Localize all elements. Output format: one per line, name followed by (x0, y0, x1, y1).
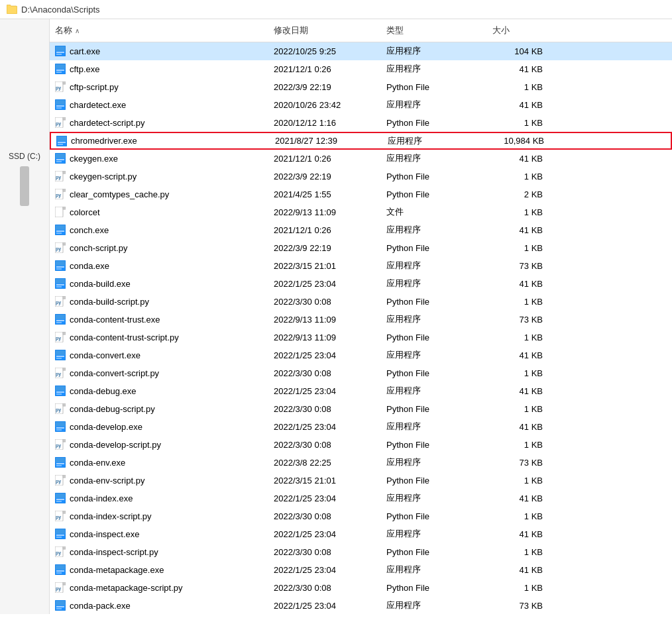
svg-rect-67 (56, 386, 65, 391)
table-row[interactable]: py conda-build-script.py2022/3/30 0:08Py… (50, 293, 672, 311)
file-name: conda-metapackage.exe (70, 565, 164, 575)
file-date: 2022/3/30 0:08 (268, 546, 381, 558)
file-size: 41 KB (487, 349, 553, 362)
file-name: conda-index.exe (70, 493, 133, 503)
sidebar-scrollbar[interactable] (20, 166, 29, 206)
file-name-cell: py conda-convert-script.py (50, 366, 268, 380)
file-size: 41 KB (487, 528, 553, 541)
table-row[interactable]: conda-metapackage.exe2022/1/25 23:04应用程序… (50, 561, 672, 579)
table-row[interactable]: conda-develop.exe2022/1/25 23:04应用程序41 K… (50, 418, 672, 436)
svg-rect-46 (56, 279, 65, 283)
svg-text:py: py (56, 300, 61, 305)
table-row[interactable]: py ckeygen-script.py2022/3/9 22:19Python… (50, 168, 672, 185)
table-row[interactable]: chromedriver.exe2021/8/27 12:39应用程序10,98… (50, 132, 672, 150)
exe-icon (55, 260, 66, 271)
table-row[interactable]: conda-index.exe2022/1/25 23:04应用程序41 KB (50, 489, 672, 507)
file-size: 1 KB (487, 117, 553, 129)
file-name: conch.exe (70, 225, 109, 235)
svg-rect-39 (63, 242, 66, 245)
file-date: 2022/1/25 23:04 (268, 564, 381, 576)
table-row[interactable]: py cftp-script.py2022/3/9 22:19Python Fi… (50, 78, 672, 96)
table-row[interactable]: py conch-script.py2022/3/9 22:19Python F… (50, 239, 672, 257)
svg-rect-43 (56, 266, 64, 268)
file-size: 1 KB (487, 170, 553, 183)
file-name-cell: conch.exe (50, 223, 268, 236)
table-row[interactable]: colorcet2022/9/13 11:09文件1 KB (50, 203, 672, 221)
table-row[interactable]: py conda-content-trust-script.py2022/9/1… (50, 329, 672, 346)
table-row[interactable]: conda-env.exe2022/3/8 22:25应用程序73 KB (50, 454, 672, 472)
header-name[interactable]: 名称 ∧ (50, 22, 268, 39)
table-row[interactable]: py conda-index-script.py2022/3/30 0:08Py… (50, 507, 672, 525)
sidebar-drive-label: SSD (C:) (9, 152, 40, 161)
exe-icon (55, 457, 66, 468)
svg-rect-111 (56, 608, 62, 609)
file-size: 73 KB (487, 260, 553, 272)
file-type: 应用程序 (381, 562, 487, 577)
table-row[interactable]: conda.exe2022/3/15 21:01应用程序73 KB (50, 257, 672, 275)
table-row[interactable]: py conda-inspect-script.py2022/3/30 0:08… (50, 543, 672, 561)
table-row[interactable]: conch.exe2021/12/1 0:26应用程序41 KB (50, 221, 672, 239)
table-row[interactable]: chardetect.exe2020/10/26 23:42应用程序41 KB (50, 96, 672, 114)
file-name: cftp.exe (70, 64, 100, 74)
table-row[interactable]: py chardetect-script.py2020/12/12 1:16Py… (50, 114, 672, 132)
table-row[interactable]: cftp.exe2021/12/1 0:26应用程序41 KB (50, 60, 672, 78)
table-row[interactable]: py conda-env-script.py2022/3/15 21:01Pyt… (50, 472, 672, 489)
header-type[interactable]: 类型 (381, 22, 487, 39)
table-row[interactable]: py conda-metapackage-script.py2022/3/30 … (50, 579, 672, 597)
table-row[interactable]: conda-convert.exe2022/1/25 23:04应用程序41 K… (50, 346, 672, 364)
table-row[interactable]: py clear_comtypes_cache.py2021/4/25 1:55… (50, 185, 672, 203)
table-row[interactable]: py conda-debug-script.py2022/3/30 0:08Py… (50, 400, 672, 418)
python-icon: py (55, 511, 66, 521)
file-name: clear_comtypes_cache.py (70, 189, 169, 199)
file-size: 1 KB (487, 331, 553, 344)
exe-icon (55, 421, 66, 432)
sidebar: SSD (C:) (0, 19, 50, 614)
file-name-cell: py ckeygen-script.py (50, 170, 268, 183)
svg-rect-33 (63, 207, 66, 209)
file-name-cell: py clear_comtypes_cache.py (50, 187, 268, 201)
svg-rect-75 (56, 427, 64, 429)
file-size: 41 KB (487, 492, 553, 505)
file-name-cell: py chardetect-script.py (50, 116, 268, 129)
table-row[interactable]: cart.exe2022/10/25 9:25应用程序104 KB (50, 42, 672, 60)
file-name: conch-script.py (70, 243, 127, 253)
table-row[interactable]: py conda-develop-script.py2022/3/30 0:08… (50, 436, 672, 454)
svg-rect-54 (56, 320, 64, 321)
svg-rect-109 (56, 601, 65, 605)
file-name-cell: conda-index.exe (50, 491, 268, 505)
svg-rect-23 (56, 154, 65, 158)
file-date: 2020/12/12 1:16 (268, 117, 381, 129)
file-date: 2022/3/30 0:08 (268, 403, 381, 415)
file-name: conda-convert-script.py (70, 368, 159, 378)
table-row[interactable]: conda-content-trust.exe2022/9/13 11:09应用… (50, 311, 672, 329)
svg-rect-82 (56, 463, 64, 464)
svg-text:py: py (56, 175, 61, 180)
table-row[interactable]: conda-pack.exe2022/1/25 23:04应用程序73 KB (50, 597, 672, 614)
table-row[interactable]: ckeygen.exe2021/12/1 0:26应用程序41 KB (50, 150, 672, 168)
file-type: Python File (381, 582, 487, 594)
file-name: ckeygen.exe (70, 154, 118, 164)
svg-rect-21 (58, 144, 63, 145)
file-date: 2022/1/25 23:04 (268, 528, 381, 541)
svg-rect-50 (63, 296, 66, 299)
header-size[interactable]: 大小 (487, 22, 553, 39)
file-name-cell: cart.exe (50, 44, 268, 58)
svg-text:py: py (56, 246, 61, 252)
file-name: conda-inspect-script.py (70, 547, 158, 557)
file-name: ckeygen-script.py (70, 172, 137, 181)
svg-rect-42 (56, 261, 65, 266)
svg-rect-69 (56, 393, 62, 395)
table-row[interactable]: py conda-convert-script.py2022/3/30 0:08… (50, 364, 672, 382)
header-date[interactable]: 修改日期 (268, 22, 381, 39)
file-date: 2022/1/25 23:04 (268, 385, 381, 397)
svg-text:py: py (56, 121, 61, 127)
file-name: conda-env-script.py (70, 476, 144, 486)
table-row[interactable]: conda-build.exe2022/1/25 23:04应用程序41 KB (50, 275, 672, 293)
svg-text:py: py (56, 550, 61, 556)
main-container: SSD (C:) 名称 ∧ 修改日期 类型 大小 cart.exe2022/1 (0, 19, 672, 614)
file-name: conda-develop.exe (70, 422, 142, 432)
file-size: 41 KB (487, 278, 553, 290)
table-row[interactable]: conda-inspect.exe2022/1/25 23:04应用程序41 K… (50, 525, 672, 543)
table-row[interactable]: conda-debug.exe2022/1/25 23:04应用程序41 KB (50, 382, 672, 400)
svg-rect-25 (56, 161, 62, 162)
